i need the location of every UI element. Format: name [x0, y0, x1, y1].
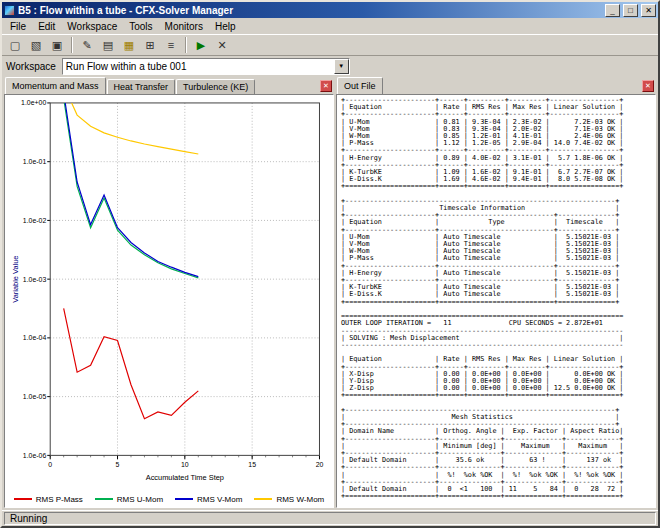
svg-text:5: 5 [116, 461, 120, 468]
out-file-panel: Out File✕ +----------------------+------… [336, 77, 656, 508]
monitor-close-icon[interactable]: ✕ [320, 80, 332, 92]
svg-text:1.0e-06: 1.0e-06 [23, 452, 47, 459]
chart-svg[interactable]: 1.0e+001.0e-011.0e-021.0e-031.0e-041.0e-… [7, 97, 331, 491]
svg-text:0: 0 [48, 461, 52, 468]
left-tab-row: Momentum and MassHeat TransferTurbulence… [4, 77, 334, 94]
menu-edit[interactable]: Edit [32, 20, 61, 33]
tab-momentum-and-mass[interactable]: Momentum and Mass [5, 77, 106, 94]
maximize-button[interactable]: □ [623, 4, 638, 17]
minimize-button[interactable]: _ [605, 4, 620, 17]
out-file-close-icon[interactable]: ✕ [642, 80, 654, 92]
menu-help[interactable]: Help [209, 20, 242, 33]
menu-workspace[interactable]: Workspace [61, 20, 123, 33]
legend-label: RMS P-Mass [36, 495, 83, 504]
svg-text:20: 20 [316, 461, 324, 468]
svg-text:1.0e+00: 1.0e+00 [21, 99, 46, 106]
menu-monitors[interactable]: Monitors [159, 20, 209, 33]
legend-rms-p-mass: RMS P-Mass [14, 495, 83, 504]
window-title: B5 : Flow within a tube - CFX-Solver Man… [18, 5, 602, 16]
toolbar-separator [185, 37, 187, 53]
legend-rms-v-mom: RMS V-Mom [175, 495, 242, 504]
cfx-solver-manager-window: B5 : Flow within a tube - CFX-Solver Man… [0, 0, 660, 528]
menu-bar: FileEditWorkspaceToolsMonitorsHelp [2, 18, 658, 34]
chart-icon[interactable]: ▦ [119, 36, 139, 54]
tile-windows-icon[interactable]: ⊞ [140, 36, 160, 54]
svg-text:1.0e-04: 1.0e-04 [23, 334, 47, 341]
tab-heat-transfer[interactable]: Heat Transfer [107, 79, 176, 94]
status-text: Running [4, 512, 656, 525]
svg-text:1.0e-01: 1.0e-01 [23, 158, 47, 165]
out-file-text: +----------------------+------+---------… [337, 95, 655, 508]
menu-tools[interactable]: Tools [123, 20, 158, 33]
svg-text:Accumulated Time Step: Accumulated Time Step [146, 473, 224, 482]
save-run-icon[interactable]: ▣ [47, 36, 67, 54]
monitor-panel: Momentum and MassHeat TransferTurbulence… [4, 77, 334, 508]
workspace-label: Workspace [6, 61, 56, 72]
legend-rms-u-mom: RMS U-Mom [95, 495, 163, 504]
legend-line-swatch [175, 498, 193, 500]
out-file-view[interactable]: +----------------------+------+---------… [336, 94, 656, 508]
legend-rms-w-mom: RMS W-Mom [254, 495, 324, 504]
svg-text:10: 10 [181, 461, 189, 468]
svg-text:1.0e-02: 1.0e-02 [23, 217, 47, 224]
main-area: Momentum and MassHeat TransferTurbulence… [2, 76, 658, 510]
residual-chart-area[interactable]: 1.0e+001.0e-011.0e-021.0e-031.0e-041.0e-… [4, 94, 334, 508]
svg-text:Variable Value: Variable Value [11, 256, 20, 303]
svg-text:1.0e-05: 1.0e-05 [23, 393, 47, 400]
stop-run-icon[interactable]: ✕ [212, 36, 232, 54]
legend-label: RMS U-Mom [117, 495, 163, 504]
menu-file[interactable]: File [4, 20, 32, 33]
close-button[interactable]: ✕ [641, 4, 656, 17]
text-report-icon[interactable]: ≡ [161, 36, 181, 54]
edit-definition-icon[interactable]: ✎ [77, 36, 97, 54]
svg-text:15: 15 [248, 461, 256, 468]
title-bar[interactable]: B5 : Flow within a tube - CFX-Solver Man… [2, 2, 658, 18]
legend-label: RMS V-Mom [197, 495, 242, 504]
tab-turbulence-ke[interactable]: Turbulence (KE) [176, 79, 255, 94]
app-icon [4, 5, 15, 16]
toolbar: ▢▧▣✎▤▦⊞≡▶✕ [2, 34, 658, 56]
new-monitor-icon[interactable]: ▤ [98, 36, 118, 54]
legend-line-swatch [95, 498, 113, 500]
workspace-bar: Workspace Run Flow within a tube 001 ▼ [2, 56, 658, 76]
toolbar-separator [71, 37, 73, 53]
status-bar: Running [2, 510, 658, 526]
legend-label: RMS W-Mom [276, 495, 324, 504]
legend-line-swatch [254, 498, 272, 500]
svg-text:1.0e-03: 1.0e-03 [23, 276, 47, 283]
workspace-combobox[interactable]: Run Flow within a tube 001 ▼ [62, 58, 350, 75]
define-run-icon[interactable]: ▢ [5, 36, 25, 54]
combobox-dropdown-icon[interactable]: ▼ [334, 59, 349, 74]
start-run-icon[interactable]: ▶ [191, 36, 211, 54]
workspace-combobox-value: Run Flow within a tube 001 [63, 59, 334, 74]
tab-out-file[interactable]: Out File [337, 77, 383, 94]
open-run-icon[interactable]: ▧ [26, 36, 46, 54]
right-tab-row: Out File✕ [336, 77, 656, 94]
chart-legend: RMS P-MassRMS U-MomRMS V-MomRMS W-Mom [14, 491, 325, 507]
legend-line-swatch [14, 498, 32, 500]
